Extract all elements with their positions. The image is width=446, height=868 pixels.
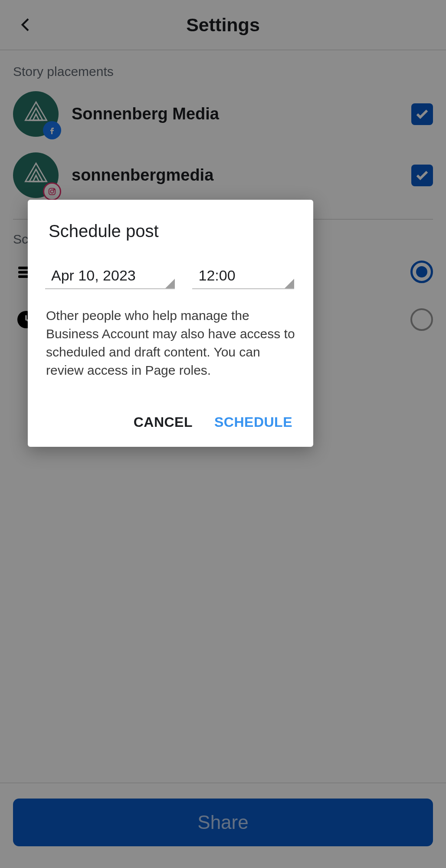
cancel-button[interactable]: CANCEL <box>134 414 193 430</box>
date-value: Apr 10, 2023 <box>51 267 136 284</box>
schedule-post-dialog: Schedule post Apr 10, 2023 12:00 Other p… <box>28 200 313 447</box>
time-value: 12:00 <box>198 267 235 284</box>
dropdown-triangle-icon <box>285 279 294 288</box>
dialog-body-text: Other people who help manage the Busines… <box>43 307 298 380</box>
dropdown-triangle-icon <box>165 279 175 288</box>
schedule-button[interactable]: SCHEDULE <box>214 414 292 430</box>
date-picker[interactable]: Apr 10, 2023 <box>45 267 175 289</box>
dialog-title: Schedule post <box>43 221 298 241</box>
time-picker[interactable]: 12:00 <box>192 267 294 289</box>
